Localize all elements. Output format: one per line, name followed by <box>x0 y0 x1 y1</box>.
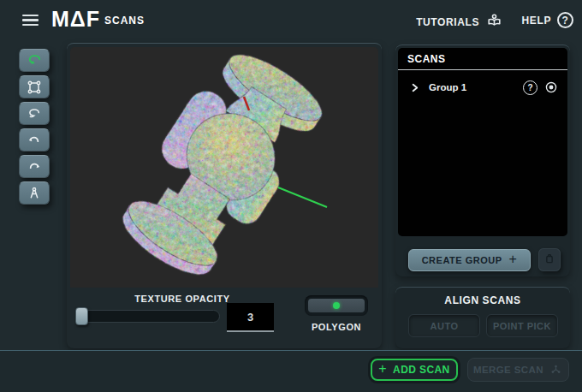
scan-list: SCANS Group 1 ? <box>398 48 567 236</box>
align-auto-button[interactable]: AUTO <box>408 314 480 337</box>
opacity-value-field[interactable]: 3 <box>227 303 274 332</box>
measure-compass-icon <box>26 185 43 202</box>
tutorials-button[interactable]: TUTORIALS <box>416 12 503 33</box>
tutorials-icon <box>485 12 503 33</box>
texture-opacity-slider-thumb[interactable] <box>75 307 88 325</box>
tutorials-label: TUTORIALS <box>416 16 479 28</box>
add-scan-label: ADD SCAN <box>393 364 450 376</box>
lasso-select-icon <box>26 105 43 122</box>
scan-3d-view[interactable] <box>70 47 378 288</box>
scans-panel: SCANS Group 1 ? <box>395 45 570 276</box>
merge-icon <box>549 362 563 378</box>
chevron-right-icon[interactable] <box>410 83 419 92</box>
align-scans-panel: ALIGN SCANS AUTO POINT PICK <box>395 287 570 348</box>
orbit-rotate-icon <box>26 51 44 69</box>
group-label: Group 1 <box>429 82 466 92</box>
viewport-panel: TEXTURE OPACITY 3 POLYGON <box>67 43 382 348</box>
delete-group-button[interactable] <box>538 248 561 271</box>
create-group-label: CREATE GROUP <box>422 255 502 265</box>
green-axis-line <box>278 187 327 207</box>
hamburger-menu-icon[interactable] <box>22 15 39 27</box>
help-label: HELP <box>522 15 551 27</box>
redo-icon <box>26 158 43 175</box>
undo-icon <box>26 132 43 149</box>
redo-button[interactable] <box>19 155 50 178</box>
orbit-tool-button[interactable] <box>19 49 50 72</box>
help-button[interactable]: HELP ? <box>522 12 573 28</box>
create-group-button[interactable]: CREATE GROUP + <box>408 249 531 271</box>
undo-button[interactable] <box>19 128 50 151</box>
group-row-actions: ? <box>523 80 559 95</box>
texture-opacity-slider[interactable] <box>76 310 220 323</box>
align-scans-title: ALIGN SCANS <box>395 294 570 306</box>
align-point-pick-button[interactable]: POINT PICK <box>486 314 558 337</box>
trash-icon <box>542 251 557 270</box>
app-logo: MΔF <box>51 7 100 32</box>
merge-scan-button[interactable]: MERGE SCAN <box>467 358 569 382</box>
polygon-toggle-indicator-dot <box>333 302 340 309</box>
scan-group-row[interactable]: Group 1 ? <box>398 76 567 98</box>
visibility-eye-icon[interactable] <box>543 80 559 95</box>
footer-bar: + ADD SCAN MERGE SCAN <box>0 351 582 392</box>
plus-icon: + <box>378 361 387 377</box>
polygon-toggle[interactable] <box>305 295 368 316</box>
lasso-select-tool-button[interactable] <box>19 102 50 125</box>
plus-icon: + <box>508 252 517 267</box>
app-root: MΔF SCANS TUTORIALS HELP ? <box>0 0 582 392</box>
polygon-label: POLYGON <box>305 322 368 332</box>
help-icon: ? <box>557 12 573 28</box>
merge-scan-label: MERGE SCAN <box>473 365 543 375</box>
group-help-icon[interactable]: ? <box>523 80 537 95</box>
measure-tool-button[interactable] <box>19 181 50 205</box>
scanned-object-render <box>70 47 378 288</box>
page-title: SCANS <box>104 15 145 27</box>
polygon-toggle-track <box>308 299 365 312</box>
rectangle-select-icon <box>26 79 43 96</box>
rectangle-select-tool-button[interactable] <box>19 75 50 98</box>
scan-list-header: SCANS <box>398 48 567 70</box>
add-scan-button[interactable]: + ADD SCAN <box>371 359 458 381</box>
tool-palette <box>19 49 50 208</box>
